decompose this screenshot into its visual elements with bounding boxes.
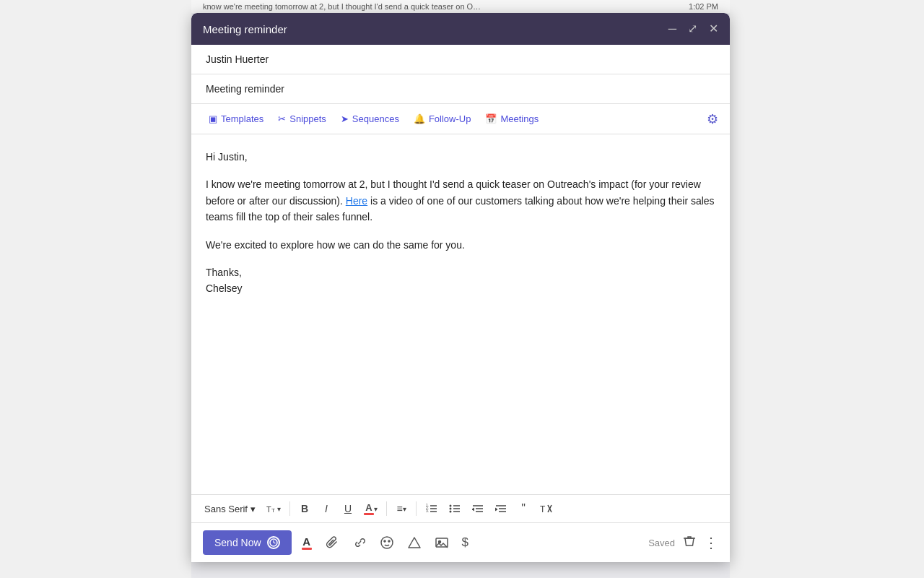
- send-button[interactable]: Send Now: [203, 530, 292, 555]
- unordered-list-icon: [448, 503, 461, 514]
- formatting-toolbar: Sans Serif ▾ TT ▾ B I U A ▾ ≡ ▾ 1.2.3.: [191, 494, 730, 522]
- ordered-list-button[interactable]: 1.2.3.: [421, 500, 443, 517]
- meetings-icon: 📅: [485, 113, 497, 124]
- align-button[interactable]: ≡ ▾: [391, 500, 411, 517]
- subject-field[interactable]: Meeting reminder: [191, 74, 730, 104]
- sequences-icon: ➤: [341, 113, 349, 124]
- image-icon: [435, 536, 449, 549]
- svg-text:T: T: [271, 507, 275, 514]
- snippets-button[interactable]: ✂ Snippets: [272, 110, 332, 128]
- link-button[interactable]: [349, 532, 370, 553]
- sequences-button[interactable]: ➤ Sequences: [335, 110, 405, 128]
- email-paragraph1: I know we're meeting tomorrow at 2, but …: [206, 176, 715, 225]
- underline-button[interactable]: U: [338, 500, 358, 517]
- signature-text: Chelsey: [206, 282, 243, 294]
- compose-window: Meeting reminder ─ ⤢ ✕ Justin Huerter Me…: [191, 13, 730, 562]
- email-body[interactable]: Hi Justin, I know we're meeting tomorrow…: [191, 134, 730, 494]
- window-title: Meeting reminder: [203, 23, 287, 35]
- svg-point-27: [384, 540, 385, 542]
- indent-less-button[interactable]: [467, 500, 489, 517]
- more-options-button[interactable]: ⋮: [704, 534, 718, 551]
- unordered-list-button[interactable]: [444, 500, 466, 517]
- link-icon: [352, 535, 367, 550]
- title-bar: Meeting reminder ─ ⤢ ✕: [191, 13, 730, 45]
- ordered-list-icon: 1.2.3.: [425, 503, 438, 514]
- font-size-button[interactable]: TT ▾: [261, 500, 285, 517]
- indent-less-icon: [471, 503, 484, 514]
- italic-button[interactable]: I: [316, 500, 336, 517]
- attachment-button[interactable]: [322, 532, 342, 553]
- minimize-button[interactable]: ─: [668, 23, 676, 35]
- svg-point-11: [449, 505, 451, 507]
- font-name: Sans Serif: [204, 504, 248, 514]
- templates-label: Templates: [221, 113, 263, 124]
- to-field[interactable]: Justin Huerter: [191, 45, 730, 74]
- font-selector[interactable]: Sans Serif ▾: [200, 501, 260, 517]
- svg-text:T: T: [266, 505, 271, 514]
- size-arrow: ▾: [277, 505, 281, 513]
- clear-format-button[interactable]: T: [535, 500, 557, 517]
- close-button[interactable]: ✕: [709, 23, 718, 35]
- emoji-icon: [380, 535, 394, 550]
- drive-button[interactable]: [404, 533, 424, 552]
- text-color-button[interactable]: A: [299, 532, 315, 553]
- font-color-bar: [364, 513, 374, 515]
- font-color-button[interactable]: A ▾: [359, 499, 382, 518]
- saved-indicator: Saved: [648, 538, 675, 548]
- subject-value: Meeting reminder: [206, 83, 284, 95]
- trash-button[interactable]: [682, 534, 697, 552]
- svg-text:3.: 3.: [426, 509, 429, 513]
- bottom-bar: Send Now A $ Saved: [191, 522, 730, 562]
- blockquote-button[interactable]: ": [513, 499, 533, 518]
- meetings-button[interactable]: 📅 Meetings: [479, 110, 544, 128]
- font-arrow: ▾: [250, 504, 256, 514]
- closing-text: Thanks,: [206, 267, 242, 278]
- settings-button[interactable]: ⚙: [707, 111, 718, 127]
- followup-button[interactable]: 🔔 Follow-Up: [408, 110, 477, 128]
- clock-icon: [267, 536, 280, 549]
- font-color-letter: A: [365, 502, 372, 513]
- svg-text:T: T: [540, 504, 546, 514]
- trash-icon: [682, 534, 697, 548]
- snippets-label: Snippets: [289, 113, 326, 124]
- snippets-icon: ✂: [278, 113, 286, 124]
- attachment-icon: [325, 535, 339, 550]
- title-bar-controls: ─ ⤢ ✕: [668, 23, 718, 35]
- templates-icon: ▣: [209, 113, 217, 124]
- dollar-button[interactable]: $: [459, 532, 471, 553]
- svg-point-26: [381, 537, 393, 548]
- expand-button[interactable]: ⤢: [688, 23, 697, 35]
- clear-format-icon: T: [539, 503, 552, 514]
- svg-point-12: [449, 508, 451, 510]
- email-toolbar: ▣ Templates ✂ Snippets ➤ Sequences 🔔 Fol…: [191, 104, 730, 134]
- to-value: Justin Huerter: [206, 53, 269, 65]
- indent-more-button[interactable]: [490, 500, 512, 517]
- emoji-button[interactable]: [377, 532, 397, 553]
- drive-icon: [407, 536, 422, 549]
- svg-point-13: [449, 511, 451, 513]
- email-link[interactable]: Here: [346, 195, 367, 207]
- followup-label: Follow-Up: [429, 113, 471, 124]
- email-greeting: Hi Justin,: [206, 149, 715, 165]
- meetings-label: Meetings: [500, 113, 539, 124]
- email-paragraph2: We're excited to explore how we can do t…: [206, 237, 715, 253]
- svg-line-25: [274, 543, 276, 543]
- sequences-label: Sequences: [352, 113, 399, 124]
- indent-more-icon: [494, 503, 507, 514]
- followup-icon: 🔔: [414, 113, 425, 124]
- send-label: Send Now: [214, 537, 261, 548]
- templates-button[interactable]: ▣ Templates: [203, 110, 269, 128]
- svg-point-28: [388, 540, 390, 542]
- email-closing: Thanks, Chelsey: [206, 264, 715, 297]
- bold-button[interactable]: B: [295, 500, 315, 517]
- image-button[interactable]: [432, 533, 452, 552]
